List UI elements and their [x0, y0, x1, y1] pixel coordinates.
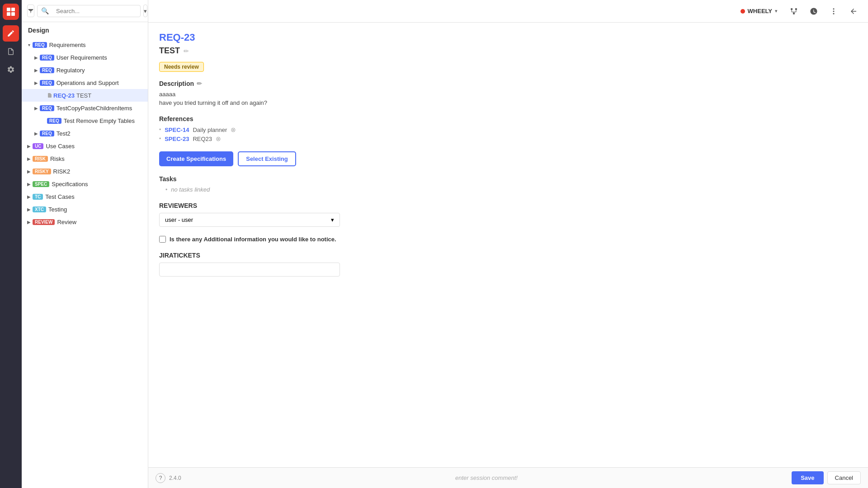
save-button[interactable]: Save	[792, 471, 823, 484]
tree-badge-tc: TC	[33, 194, 43, 200]
ref-link-spec23[interactable]: SPEC-23	[165, 136, 189, 142]
article-title-row: TEST ✏	[159, 46, 857, 56]
description-label: Description ✏	[159, 80, 857, 87]
additional-info-checkbox[interactable]	[159, 236, 166, 243]
tree-label-risk: Risks	[50, 155, 144, 162]
additional-info-label: Is there any Additional information you …	[170, 236, 336, 243]
more-options-button[interactable]	[826, 4, 841, 19]
tree-label-req-ops: Operations and Support	[57, 80, 144, 86]
description-edit-icon[interactable]: ✏	[197, 80, 202, 87]
tree-toggle-risky: ▶	[25, 168, 33, 175]
tree-badge-req-root: REQ	[33, 42, 47, 48]
article-title: TEST	[159, 46, 180, 56]
create-specifications-button[interactable]: Create Specifications	[159, 151, 233, 166]
back-button[interactable]	[846, 4, 861, 19]
ref-remove-spec23[interactable]: ⊗	[216, 135, 221, 142]
user-status-dot	[741, 9, 745, 14]
select-existing-button[interactable]: Select Existing	[238, 151, 296, 166]
search-icon: 🔍	[41, 7, 49, 14]
tree-label-tc: Test Cases	[45, 193, 144, 200]
hierarchy-button[interactable]	[787, 4, 801, 19]
description-section: Description ✏ aaaaa have you tried turni…	[159, 80, 857, 106]
tree-label-req-root: Requirements	[49, 42, 144, 48]
app-logo[interactable]	[3, 4, 19, 20]
nav-edit[interactable]	[3, 25, 19, 42]
tree-badge-xtc: XTC	[33, 206, 46, 212]
svg-rect-5	[795, 8, 797, 10]
tasks-label: Tasks	[159, 175, 857, 183]
tree-item-spec[interactable]: ▶ SPEC Specifications	[22, 178, 148, 190]
tree-label-req-testcopy: TestCopyPasteChildrenItems	[57, 105, 144, 112]
tree-item-uc[interactable]: ▶ UC Use Cases	[22, 140, 148, 152]
sidebar-tree: ▾ REQ Requirements ▶ REQ User Requiremen…	[22, 38, 148, 488]
tree-item-xtc[interactable]: ▶ XTC Testing	[22, 203, 148, 216]
svg-point-12	[833, 10, 835, 12]
user-badge[interactable]: WHEELY ▾	[737, 6, 781, 16]
tree-toggle-req-ops: ▶	[33, 79, 40, 86]
title-edit-icon[interactable]: ✏	[184, 47, 189, 55]
tree-item-req-user[interactable]: ▶ REQ User Requirements	[22, 51, 148, 64]
svg-rect-3	[11, 12, 15, 16]
tree-toggle-risk: ▶	[25, 155, 33, 162]
session-comment-placeholder: enter session comment!	[181, 474, 792, 481]
tree-toggle-xtc: ▶	[25, 206, 33, 213]
tree-toggle-req-test2: ▶	[33, 130, 40, 137]
tree-item-review[interactable]: ▶ REVIEW Review	[22, 216, 148, 228]
ref-remove-spec14[interactable]: ⊗	[231, 126, 236, 133]
tree-item-req-23[interactable]: ▶ REQ-23 TEST	[22, 89, 148, 102]
svg-rect-0	[7, 8, 10, 11]
tree-badge-risk: RISK	[33, 156, 48, 162]
tree-item-req-ops[interactable]: ▶ REQ Operations and Support	[22, 76, 148, 89]
tree-badge-req-testcopy: REQ	[40, 105, 54, 111]
reference-item-spec14: • SPEC-14 Daily planner ⊗	[159, 126, 857, 133]
tree-label-spec: Specifications	[52, 181, 144, 188]
reviewer-dropdown[interactable]: user - user ▾	[159, 213, 340, 227]
reviewer-dropdown-chevron: ▾	[331, 216, 334, 223]
additional-info-checkbox-row: Is there any Additional information you …	[159, 236, 857, 243]
filter-button[interactable]	[27, 5, 34, 17]
tree-item-risky[interactable]: ▶ RISKY RISK2	[22, 165, 148, 178]
tree-label-uc: Use Cases	[46, 143, 144, 150]
jira-label: JIRATICKETS	[159, 252, 857, 259]
tree-toggle-spec: ▶	[25, 180, 33, 188]
references-list: • SPEC-14 Daily planner ⊗ • SPEC-23 REQ2…	[159, 126, 857, 142]
tree-item-req-testcopy[interactable]: ▶ REQ TestCopyPasteChildrenItems	[22, 102, 148, 114]
tree-badge-req-ops: REQ	[40, 80, 54, 86]
tree-item-req-root[interactable]: ▾ REQ Requirements	[22, 38, 148, 51]
tree-label-req-user: User Requirements	[57, 54, 144, 61]
tree-toggle-review: ▶	[25, 218, 33, 225]
bottom-bar: ? 2.4.0 enter session comment! Save Canc…	[148, 467, 868, 488]
reference-item-spec23: • SPEC-23 REQ23 ⊗	[159, 135, 857, 142]
jira-input[interactable]	[159, 263, 340, 277]
nav-settings[interactable]	[3, 61, 19, 78]
references-label: References	[159, 115, 857, 122]
reviewers-label: REVIEWERS	[159, 202, 857, 209]
tree-badge-req-remove: REQ	[47, 118, 61, 124]
tree-toggle-req-user: ▶	[33, 54, 40, 61]
ref-name-spec14: Daily planner	[193, 127, 227, 133]
tree-label-xtc: Testing	[48, 206, 144, 213]
main-content: WHEELY ▾ REQ-23 TEST ✏ Needs review	[148, 0, 868, 488]
file-icon	[47, 93, 52, 98]
svg-rect-2	[7, 12, 10, 16]
tasks-none-item: • no tasks linked	[165, 186, 857, 193]
tree-item-req-test2[interactable]: ▶ REQ Test2	[22, 127, 148, 140]
tree-item-risk[interactable]: ▶ RISK Risks	[22, 152, 148, 165]
search-dropdown-button[interactable]: ▾	[143, 5, 147, 17]
status-badge[interactable]: Needs review	[159, 62, 204, 72]
help-icon[interactable]: ?	[156, 473, 165, 483]
nav-docs[interactable]	[3, 43, 19, 60]
article-body: REQ-23 TEST ✏ Needs review Description ✏…	[148, 23, 868, 467]
tree-item-req-remove[interactable]: ▶ REQ Test Remove Empty Tables	[22, 114, 148, 127]
cancel-button[interactable]: Cancel	[827, 471, 861, 484]
tree-item-tc[interactable]: ▶ TC Test Cases	[22, 190, 148, 203]
tree-item-req-regulatory[interactable]: ▶ REQ Regulatory	[22, 64, 148, 76]
ref-link-spec14[interactable]: SPEC-14	[165, 127, 189, 133]
history-button[interactable]	[807, 4, 821, 19]
tree-toggle-req-23: ▶	[40, 92, 47, 99]
search-input[interactable]	[52, 5, 137, 17]
jira-section: JIRATICKETS	[159, 252, 857, 277]
top-toolbar: WHEELY ▾	[148, 0, 868, 23]
description-line-1: aaaaa	[159, 91, 857, 98]
tree-label-risky: RISK2	[53, 168, 144, 175]
